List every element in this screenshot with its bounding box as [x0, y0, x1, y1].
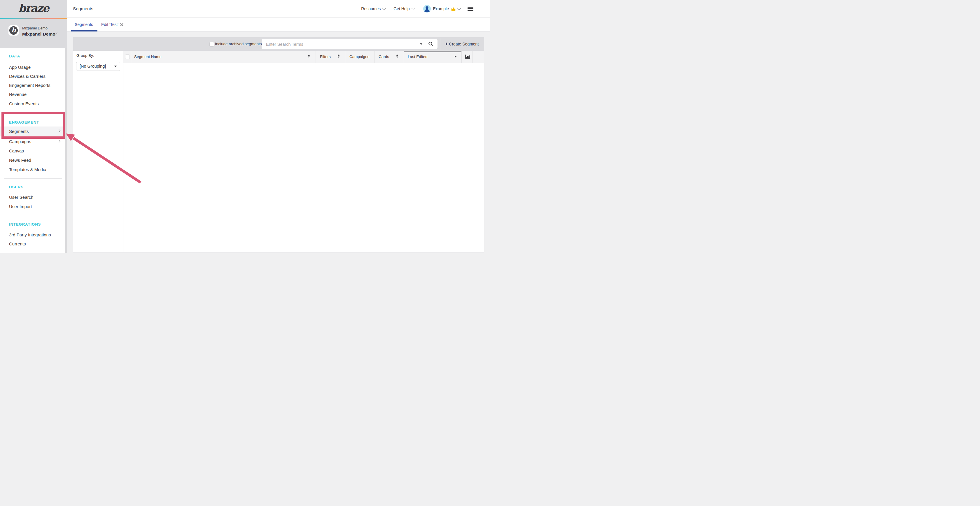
sidebar-item-news-feed[interactable]: News Feed — [9, 158, 31, 163]
get-help-menu[interactable]: Get Help — [393, 6, 409, 11]
header-right-nav: Resources Get Help Example — [361, 0, 473, 17]
sidebar-item-app-usage[interactable]: App Usage — [9, 65, 30, 70]
page-title: Segments — [73, 6, 93, 11]
search-input[interactable] — [266, 40, 404, 48]
group-by-value: [No Grouping] — [80, 64, 106, 68]
sidebar-item-3rd-party-integrations[interactable]: 3rd Party Integrations — [9, 232, 51, 237]
last-edited-sort-caret-icon[interactable] — [454, 56, 457, 57]
brand-gradient-divider — [0, 18, 67, 19]
table-header: Segment Name Filters Campaigns Cards Las… — [123, 51, 484, 63]
col-segment-name[interactable]: Segment Name — [134, 54, 162, 59]
search-icon[interactable] — [428, 41, 433, 47]
active-tab-underline — [71, 30, 97, 32]
user-name[interactable]: Example — [433, 6, 449, 11]
hamburger-menu-icon[interactable] — [468, 7, 473, 11]
sidebar-item-user-search[interactable]: User Search — [9, 195, 33, 200]
sidebar-item-user-import[interactable]: User Import — [9, 204, 32, 209]
resources-menu[interactable]: Resources — [361, 6, 381, 11]
group-by-label: Group By: — [76, 53, 94, 58]
sidebar-item-custom-events[interactable]: Custom Events — [9, 101, 39, 106]
segments-toolbar: Include archived segments +Create Segmen… — [73, 37, 484, 51]
crown-icon — [451, 7, 456, 11]
tab-bar: Segments Edit 'Test' — [67, 18, 490, 32]
annotation-highlight-box — [2, 112, 65, 139]
get-help-chevron-down-icon[interactable] — [412, 6, 415, 10]
chart-column-icon[interactable] — [465, 54, 470, 59]
workspace-selector[interactable]: Mixpanel Demo — [22, 32, 56, 37]
include-archived-label[interactable]: Include archived segments — [215, 42, 262, 46]
sidebar-item-canvas[interactable]: Canvas — [9, 148, 24, 153]
col-campaigns[interactable]: Campaigns — [349, 54, 369, 59]
sidebar-item-engagement-reports[interactable]: Engagement Reports — [9, 83, 51, 88]
sidebar-item-templates-media[interactable]: Templates & Media — [9, 167, 46, 172]
tab-edit-test[interactable]: Edit 'Test' — [101, 22, 118, 27]
table-body-empty — [123, 63, 484, 252]
top-header: Segments Resources Get Help Example — [67, 0, 490, 18]
filters-sort-icon[interactable] — [338, 54, 339, 58]
select-all-checkbox[interactable] — [125, 54, 130, 59]
plus-icon: + — [445, 41, 448, 46]
create-segment-button[interactable]: +Create Segment — [445, 41, 479, 47]
user-chevron-down-icon[interactable] — [457, 6, 461, 10]
col-last-edited[interactable]: Last Edited — [408, 54, 428, 59]
sidebar-divider — [5, 215, 62, 215]
sidebar-section-integrations: INTEGRATIONS — [9, 222, 41, 227]
sidebar-item-devices-carriers[interactable]: Devices & Carriers — [9, 74, 46, 79]
group-by-caret-icon — [114, 66, 117, 67]
sidebar-scrollbar[interactable] — [65, 48, 67, 253]
group-by-select[interactable]: [No Grouping] — [76, 62, 120, 71]
workspace-initial-icon: b — [10, 26, 18, 35]
sidebar-item-revenue[interactable]: Revenue — [9, 92, 27, 97]
sidebar-section-data: DATA — [9, 54, 20, 58]
active-sort-indicator — [404, 51, 461, 52]
col-filters[interactable]: Filters — [320, 54, 331, 59]
workspace-group-label: Mixpanel Demo — [22, 26, 48, 30]
include-archived-checkbox[interactable] — [209, 42, 214, 47]
campaigns-chevron-right-icon — [57, 139, 60, 143]
search-dropdown-caret-icon[interactable] — [420, 43, 422, 45]
tab-close-icon[interactable] — [120, 23, 123, 26]
sidebar-item-currents[interactable]: Currents — [9, 241, 26, 246]
avatar-person-icon — [423, 5, 431, 13]
braze-logo[interactable]: braze — [0, 2, 67, 14]
sidebar-section-users: USERS — [9, 185, 24, 189]
main-panel: Include archived segments +Create Segmen… — [73, 37, 484, 252]
tab-segments[interactable]: Segments — [75, 22, 93, 27]
sidebar-divider — [5, 178, 62, 179]
user-avatar[interactable] — [423, 5, 431, 13]
toolbar-separator — [441, 38, 441, 49]
cards-sort-icon[interactable] — [396, 54, 398, 58]
search-box — [262, 39, 438, 49]
sidebar-item-campaigns[interactable]: Campaigns — [9, 139, 31, 144]
resources-chevron-down-icon[interactable] — [382, 6, 386, 10]
workspace-icon[interactable]: b — [8, 25, 19, 36]
col-cards[interactable]: Cards — [379, 54, 389, 59]
segment-name-sort-icon[interactable] — [308, 54, 310, 58]
